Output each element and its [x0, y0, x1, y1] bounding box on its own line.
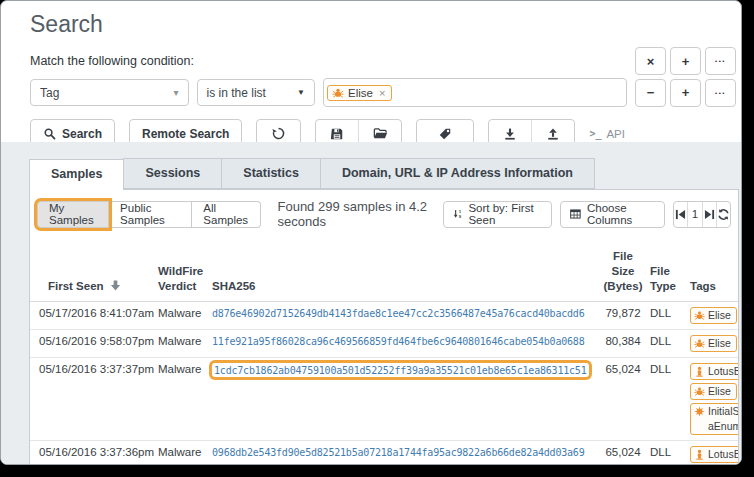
operator-select[interactable]: is in the list ▼	[197, 79, 315, 106]
bug-icon	[694, 338, 705, 349]
tag-chip-elise[interactable]: Elise	[690, 383, 737, 400]
samples-panel: My Samples Public Samples All Samples Fo…	[29, 189, 739, 464]
column-header-tags[interactable]: Tags	[688, 235, 738, 301]
clear-query-button[interactable]: ×	[635, 47, 666, 75]
remove-tag-icon[interactable]: ×	[379, 87, 385, 99]
file-type-cell: DLL	[648, 440, 688, 464]
tag-chip-label: Elise	[348, 87, 373, 99]
condition-row-buttons: − + •••	[635, 79, 736, 107]
bug-icon	[694, 310, 705, 321]
page-number[interactable]: 1	[687, 202, 701, 227]
first-seen-cell: 05/17/2016 8:41:07am	[30, 301, 156, 329]
file-type-cell: DLL	[648, 357, 688, 440]
sort-icon: 1 9	[453, 207, 462, 221]
refresh-icon	[717, 208, 730, 221]
column-header-wildfire-verdict[interactable]: WildFire Verdict	[156, 235, 210, 301]
refresh-button[interactable]	[716, 202, 730, 227]
first-page-button[interactable]	[674, 202, 687, 227]
page-title: Search	[30, 11, 736, 38]
last-page-icon	[704, 209, 715, 220]
scope-my-samples-button[interactable]: My Samples	[37, 201, 109, 228]
tag-chip-elise[interactable]: Elise	[690, 307, 737, 324]
column-header-file-size[interactable]: File Size (Bytes)	[598, 235, 648, 301]
scope-public-samples-button[interactable]: Public Samples	[109, 201, 192, 228]
condition-row: Tag ▾ is in the list ▼ Elise	[30, 78, 736, 107]
api-link[interactable]: >_ API	[589, 128, 625, 140]
table-row: 05/17/2016 8:41:07am Malware d876e46902d…	[30, 301, 738, 329]
autofocus-search-window: Search Match the following condition: × …	[0, 0, 742, 465]
save-icon	[330, 127, 344, 141]
results-summary: Found 299 samples in 4.2 seconds	[277, 199, 443, 229]
file-size-cell: 80,384	[598, 329, 648, 357]
chevron-down-icon: ▾	[174, 87, 179, 98]
tag-chip-elise[interactable]: Elise	[690, 335, 737, 352]
sha256-link[interactable]: d876e46902d7152649db4143fdae8c1ee47cc2c3…	[212, 308, 585, 319]
results-section: Samples Sessions Statistics Domain, URL …	[1, 142, 741, 464]
tab-domain-url-ip[interactable]: Domain, URL & IP Address Information	[320, 158, 595, 189]
result-tabs: Samples Sessions Statistics Domain, URL …	[29, 158, 741, 189]
upload-icon	[546, 127, 560, 141]
condition-value-input[interactable]: Elise ×	[323, 78, 627, 107]
samples-table: First Seen WildFire Verdict SHA256 File …	[30, 235, 738, 464]
threat-actor-icon	[694, 449, 705, 460]
sample-scope-group: My Samples Public Samples All Samples	[37, 201, 261, 228]
search-icon	[43, 127, 56, 140]
tab-statistics[interactable]: Statistics	[221, 158, 321, 189]
attack-burst-icon	[694, 406, 705, 417]
bug-icon	[332, 87, 344, 99]
tag-chip-lotusblossom[interactable]: LotusBlossom	[690, 446, 739, 463]
row-more-options-button[interactable]: •••	[705, 79, 736, 107]
sha256-link[interactable]: 11fe921a95f86028ca96c469566859fd464fbe6c…	[212, 336, 585, 347]
threat-actor-icon	[694, 366, 705, 377]
svg-text:1: 1	[459, 209, 462, 214]
file-size-cell: 79,872	[598, 301, 648, 329]
remove-condition-button[interactable]: −	[635, 79, 666, 107]
first-page-icon	[675, 209, 686, 220]
open-folder-icon	[373, 127, 388, 140]
table-row: 05/16/2016 3:37:37pm Malware 1cdc7cb1862…	[30, 357, 738, 440]
file-type-cell: DLL	[648, 301, 688, 329]
verdict-cell: Malware	[156, 329, 210, 357]
add-condition-button[interactable]: +	[670, 47, 701, 75]
file-size-cell: 65,024	[598, 440, 648, 464]
field-select[interactable]: Tag ▾	[30, 79, 189, 106]
sha256-link[interactable]: 0968db2e543fd90e5d82521b5a07218a1744fa95…	[212, 447, 585, 458]
history-icon	[271, 126, 286, 141]
first-seen-cell: 05/16/2016 3:37:36pm	[30, 440, 156, 464]
table-row: 05/16/2016 9:58:07pm Malware 11fe921a95f…	[30, 329, 738, 357]
file-size-cell: 65,024	[598, 357, 648, 440]
first-seen-cell: 05/16/2016 9:58:07pm	[30, 329, 156, 357]
tab-samples[interactable]: Samples	[29, 159, 124, 190]
verdict-cell: Malware	[156, 440, 210, 464]
verdict-cell: Malware	[156, 357, 210, 440]
scope-all-samples-button[interactable]: All Samples	[192, 201, 261, 228]
file-type-cell: DLL	[648, 329, 688, 357]
table-row: 05/16/2016 3:37:36pm Malware 0968db2e543…	[30, 440, 738, 464]
add-condition-row-button[interactable]: +	[670, 79, 701, 107]
first-seen-cell: 05/16/2016 3:37:37pm	[30, 357, 156, 440]
bug-icon	[694, 386, 705, 397]
column-header-sha256[interactable]: SHA256	[210, 235, 598, 301]
tag-icon	[438, 127, 452, 141]
sha256-link[interactable]: 1cdc7cb1862ab04759100a501d52252ff39a9a35…	[214, 365, 587, 376]
sort-by-button[interactable]: 1 9 Sort by: First Seen	[443, 201, 552, 228]
tag-value-chip[interactable]: Elise ×	[327, 85, 392, 101]
pagination: 1	[673, 201, 731, 228]
tag-chip-lotusblossom[interactable]: LotusBlossom	[690, 363, 739, 380]
tag-chip-initialsystemdataenumeration[interactable]: InitialSystemDataEnumeration	[690, 403, 739, 435]
query-builder-buttons: × + •••	[635, 47, 736, 75]
column-header-file-type[interactable]: File Type	[648, 235, 688, 301]
download-icon	[503, 127, 517, 141]
svg-text:9: 9	[459, 214, 462, 219]
results-toolbar: My Samples Public Samples All Samples Fo…	[30, 190, 738, 235]
condition-label: Match the following condition:	[30, 54, 194, 68]
terminal-prompt-icon: >_	[589, 128, 601, 139]
sha256-annotation-highlight: 1cdc7cb1862ab04759100a501d52252ff39a9a35…	[212, 363, 589, 377]
choose-columns-button[interactable]: Choose Columns	[560, 201, 665, 228]
column-header-first-seen[interactable]: First Seen	[30, 235, 156, 301]
sort-descending-icon	[110, 280, 121, 291]
more-options-button[interactable]: •••	[705, 47, 736, 75]
tab-sessions[interactable]: Sessions	[123, 158, 222, 189]
table-columns-icon	[570, 208, 581, 220]
last-page-button[interactable]	[702, 202, 716, 227]
